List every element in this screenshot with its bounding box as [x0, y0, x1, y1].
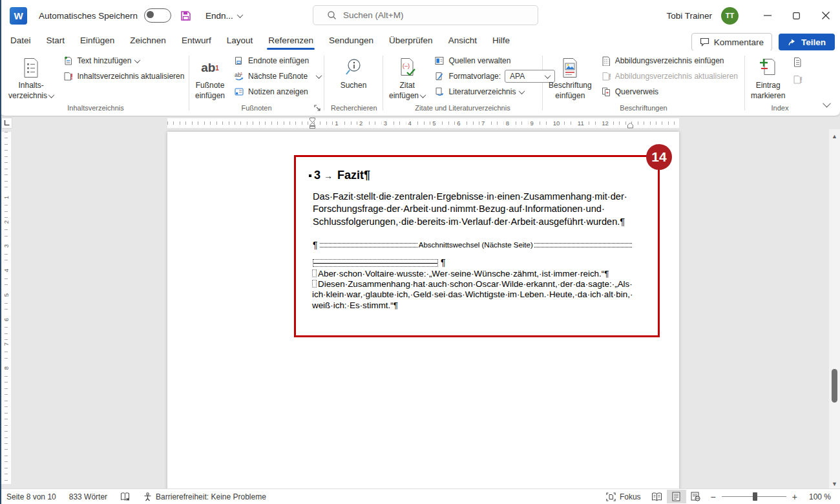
zoom-in-icon[interactable]: +	[792, 492, 797, 502]
document-canvas[interactable]: 12345678 14 3 → Fazit ¶ Das·Fazit·stellt…	[0, 129, 840, 489]
titlebar: W Automatisches Speichern Endn... Suchen…	[0, 0, 840, 31]
next-footnote-icon: ab1	[234, 71, 244, 81]
endnote-label: Endnote einfügen	[248, 56, 309, 65]
zoom-thumb[interactable]	[753, 492, 757, 501]
smart-lookup-button[interactable]: Suchen	[337, 54, 370, 92]
body-paragraph[interactable]: Das·Fazit·stellt·die·zentralen·Ergebniss…	[313, 191, 627, 228]
proofing-status-icon[interactable]	[114, 489, 137, 504]
update-index-button[interactable]: !	[791, 73, 804, 86]
scroll-down-icon[interactable]: ▼	[831, 481, 838, 488]
update-table-of-figures-button[interactable]: ! Abbildungsverzeichnis aktualisieren	[598, 70, 741, 83]
section-break-label: Abschnittswechsel (Nächste Seite)	[417, 241, 534, 249]
tab-layout[interactable]: Layout	[219, 32, 261, 50]
insert-caption-button[interactable]: Beschriftung einfügen	[545, 54, 595, 102]
user-name[interactable]: Tobi Trainer	[666, 11, 712, 21]
heading-fazit[interactable]: 3 → Fazit ¶	[309, 169, 370, 182]
tab-referenzen[interactable]: Referenzen	[260, 32, 321, 50]
tab-zeichnen[interactable]: Zeichnen	[122, 32, 174, 50]
ruler-number: 7	[2, 340, 10, 348]
table-of-figures-label: Abbildungsverzeichnis einfügen	[615, 56, 724, 65]
insert-index-button[interactable]	[791, 56, 804, 68]
close-button[interactable]	[811, 0, 840, 31]
avatar[interactable]: TT	[721, 7, 739, 25]
tab-einfuegen[interactable]: Einfügen	[72, 32, 122, 50]
read-mode-button[interactable]	[647, 490, 667, 503]
ruler-number: 3	[382, 119, 389, 127]
insert-table-of-figures-button[interactable]: Abbildungsverzeichnis einfügen	[598, 54, 741, 67]
smart-lookup-label: Suchen	[341, 81, 367, 91]
tab-ueberpruefen[interactable]: Überprüfen	[381, 32, 441, 50]
insert-footnote-button[interactable]: ab1 Fußnote einfügen	[192, 54, 228, 102]
comment-icon	[700, 37, 709, 47]
toc-button[interactable]: Inhalts- verzeichnis	[5, 54, 57, 102]
update-table-of-figures-icon: !	[601, 71, 611, 81]
tab-sendungen[interactable]: Sendungen	[321, 32, 381, 50]
footnote-icon: ab1	[201, 57, 219, 79]
group-index: Eintrag markieren ! Index	[745, 50, 815, 116]
cross-reference-button[interactable]: Querverweis	[598, 85, 741, 98]
zoom-track[interactable]	[722, 496, 786, 497]
bibliography-button[interactable]: Literaturverzeichnis	[431, 85, 558, 98]
page[interactable]: 14 3 → Fazit ¶ Das·Fazit·stellt·die·zent…	[167, 132, 679, 489]
vertical-scrollbar[interactable]: ▲ ▼	[829, 129, 840, 489]
right-indent-marker[interactable]	[627, 123, 633, 129]
save-icon[interactable]	[180, 10, 191, 21]
print-layout-button[interactable]	[667, 490, 686, 503]
zoom-slider[interactable]: − +	[706, 492, 803, 502]
tab-ansicht[interactable]: Ansicht	[441, 32, 485, 50]
zoom-level[interactable]: 100 %	[803, 489, 840, 504]
hanging-indent-marker[interactable]	[310, 123, 315, 129]
scrollbar-thumb[interactable]	[832, 369, 837, 403]
web-layout-button[interactable]	[686, 490, 706, 503]
toc-icon	[22, 57, 40, 79]
insert-endnote-button[interactable]: i Endnote einfügen	[231, 54, 324, 67]
zoom-out-icon[interactable]: −	[711, 492, 716, 502]
manage-sources-button[interactable]: Quellen verwalten	[431, 54, 558, 67]
toggle-knob	[147, 11, 154, 18]
minimize-button[interactable]	[753, 0, 782, 31]
footnote-line: Diesen·Zusammenhang·hat·auch·schon·Oscar…	[312, 279, 633, 289]
ruler-number: 5	[2, 291, 10, 299]
mark-entry-button[interactable]: Eintrag markieren	[748, 54, 788, 102]
first-line-indent-marker[interactable]	[310, 118, 315, 123]
maximize-button[interactable]	[782, 0, 811, 31]
svg-text:1: 1	[240, 72, 243, 76]
ruler-number: 4	[2, 266, 10, 275]
word-count[interactable]: 833 Wörter	[63, 489, 114, 504]
heading-number: 3	[314, 169, 320, 182]
add-text-button[interactable]: Text hinzufügen	[59, 54, 187, 67]
show-notes-button[interactable]: Notizen anzeigen	[231, 85, 324, 98]
insert-citation-button[interactable]: (–) Zitat einfügen	[386, 54, 428, 102]
comments-button[interactable]: Kommentare	[691, 33, 772, 51]
group-recherchieren: Suchen Recherchieren	[324, 50, 383, 116]
tab-stop-selector[interactable]	[1, 118, 12, 129]
bibliography-style-row: Formatvorlage: APA	[431, 70, 558, 83]
document-title[interactable]: Endn...	[205, 11, 242, 21]
focus-mode-button[interactable]: Fokus	[600, 489, 647, 504]
page-indicator[interactable]: Seite 8 von 10	[0, 489, 63, 504]
accessibility-status[interactable]: Barrierefreiheit: Keine Probleme	[137, 489, 273, 504]
tab-datei[interactable]: Datei	[3, 32, 39, 50]
update-table-of-figures-label: Abbildungsverzeichnis aktualisieren	[615, 72, 738, 81]
horizontal-ruler[interactable]: 123456789101112	[0, 117, 840, 129]
tab-entwurf[interactable]: Entwurf	[174, 32, 219, 50]
section-break-dots	[320, 243, 417, 247]
update-toc-button[interactable]: ! Inhaltsverzeichnis aktualisieren	[59, 70, 187, 83]
footnote-text[interactable]: Aber·schon·Voltaire·wusste:·„Wer·seine·W…	[312, 269, 633, 311]
vertical-ruler[interactable]: 12345678	[1, 132, 11, 484]
word-logo-icon[interactable]: W	[10, 7, 27, 25]
search-input[interactable]: Suchen (Alt+M)	[313, 5, 538, 25]
tab-hilfe[interactable]: Hilfe	[485, 32, 518, 50]
group-label-fussnoten: Fußnoten	[192, 104, 321, 116]
share-button[interactable]: Teilen	[779, 34, 835, 50]
next-footnote-button[interactable]: ab1 Nächste Fußnote	[231, 70, 324, 83]
chevron-down-icon	[134, 57, 141, 63]
dialog-launcher-icon[interactable]	[314, 105, 320, 111]
collapse-ribbon-icon[interactable]	[824, 98, 830, 110]
group-inhaltsverzeichnis: Inhalts- verzeichnis Text hinzufügen ! I…	[3, 50, 189, 116]
tab-start[interactable]: Start	[39, 32, 73, 50]
scroll-up-icon[interactable]: ▲	[831, 133, 838, 140]
toc-label-1: Inhalts-	[19, 81, 44, 91]
autosave-toggle[interactable]	[144, 8, 171, 23]
style-icon	[434, 71, 445, 81]
